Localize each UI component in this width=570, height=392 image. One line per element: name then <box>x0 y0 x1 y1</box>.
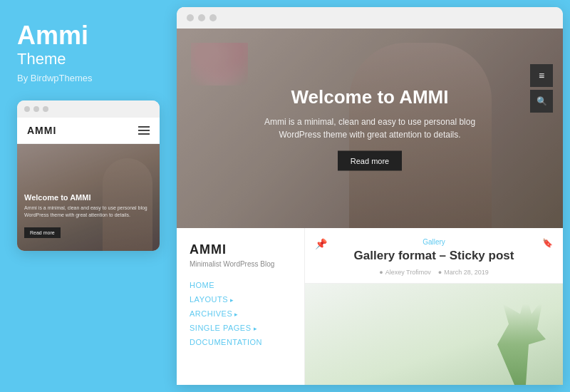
blog-tagline: Minimalist WordPress Blog <box>190 260 291 268</box>
bookmark-icon: 🔖 <box>542 238 553 248</box>
browser-content: Welcome to AMMI Ammi is a minimal, clean… <box>177 29 563 385</box>
mobile-dots <box>17 100 160 118</box>
hamburger-line-1 <box>138 126 150 128</box>
browser-dot-3 <box>209 14 217 21</box>
desktop-bottom: AMMI Minimalist WordPress Blog HOME LAYO… <box>177 228 563 385</box>
post-author: ● Alexey Trofimov <box>379 269 430 276</box>
post-header: 📌 🔖 Gallery Gallery format – Sticky post… <box>305 228 563 284</box>
dot-3 <box>43 106 48 112</box>
browser-dot-1 <box>187 14 194 21</box>
mobile-hero: Welcome to AMMI Ammi is a minimal, clean… <box>17 144 160 251</box>
mobile-hero-text: Ammi is a minimal, clean and easy to use… <box>24 205 152 219</box>
author-icon: ● <box>379 269 383 276</box>
nav-documentation[interactable]: DOCUMENTATION <box>190 338 291 346</box>
browser-dot-2 <box>198 14 205 21</box>
post-image <box>305 284 563 385</box>
desktop-hero-title: Welcome to AMMI <box>263 86 477 108</box>
blog-logo: AMMI <box>190 242 291 257</box>
dot-1 <box>24 106 30 112</box>
date-value: March 28, 2019 <box>444 269 489 276</box>
search-icon-button[interactable]: 🔍 <box>530 90 553 113</box>
desktop-read-more-button[interactable]: Read more <box>338 151 402 171</box>
nav-layouts[interactable]: LAYOUTS <box>190 295 291 304</box>
post-date: ● March 28, 2019 <box>438 269 489 276</box>
sidebar: Ammi Theme By BirdwpThemes AMMI Welcome … <box>0 0 177 392</box>
search-icon: 🔍 <box>537 96 547 106</box>
mobile-logo: AMMI <box>27 125 56 136</box>
nav-single-pages[interactable]: SINGLE PAGES <box>190 324 291 332</box>
blog-nav: HOME LAYOUTS ARCHIVES SINGLE PAGES DOCUM… <box>190 281 291 346</box>
nav-home[interactable]: HOME <box>190 281 291 289</box>
author-name: Alexey Trofimov <box>385 269 431 276</box>
desktop-hero-desc: Ammi is a minimal, clean and easy to use… <box>263 115 477 141</box>
date-icon: ● <box>438 269 442 276</box>
mobile-preview-card: AMMI Welcome to AMMI Ammi is a minimal, … <box>17 100 160 251</box>
hamburger-line-3 <box>138 133 150 135</box>
mobile-hero-content: Welcome to AMMI Ammi is a minimal, clean… <box>24 193 152 238</box>
mobile-header: AMMI <box>17 118 160 144</box>
post-category: Gallery <box>318 238 550 246</box>
mobile-hero-title: Welcome to AMMI <box>24 193 152 202</box>
mobile-menu-icon[interactable] <box>138 126 150 135</box>
pin-icon: 📌 <box>315 238 327 249</box>
main-area: Welcome to AMMI Ammi is a minimal, clean… <box>177 0 570 392</box>
hamburger-line-2 <box>138 130 150 131</box>
mobile-read-more-button[interactable]: Read more <box>24 227 61 238</box>
post-meta: ● Alexey Trofimov ● March 28, 2019 <box>318 269 550 276</box>
menu-lines-icon: ≡ <box>539 70 544 81</box>
desktop-hero-content: Welcome to AMMI Ammi is a minimal, clean… <box>263 86 477 171</box>
nav-archives[interactable]: ARCHIVES <box>190 309 291 318</box>
desktop-hero: Welcome to AMMI Ammi is a minimal, clean… <box>177 29 563 228</box>
browser-sidebar-icons: ≡ 🔍 <box>530 64 553 113</box>
browser-chrome: Welcome to AMMI Ammi is a minimal, clean… <box>177 7 563 385</box>
theme-title: Ammi Theme By BirdwpThemes <box>17 21 160 100</box>
dot-2 <box>33 106 39 112</box>
post-title[interactable]: Gallery format – Sticky post <box>318 249 550 263</box>
blog-post-card: 📌 🔖 Gallery Gallery format – Sticky post… <box>305 228 563 385</box>
browser-topbar <box>177 7 563 29</box>
menu-icon-button[interactable]: ≡ <box>530 64 553 87</box>
blog-card-left: AMMI Minimalist WordPress Blog HOME LAYO… <box>177 228 305 385</box>
